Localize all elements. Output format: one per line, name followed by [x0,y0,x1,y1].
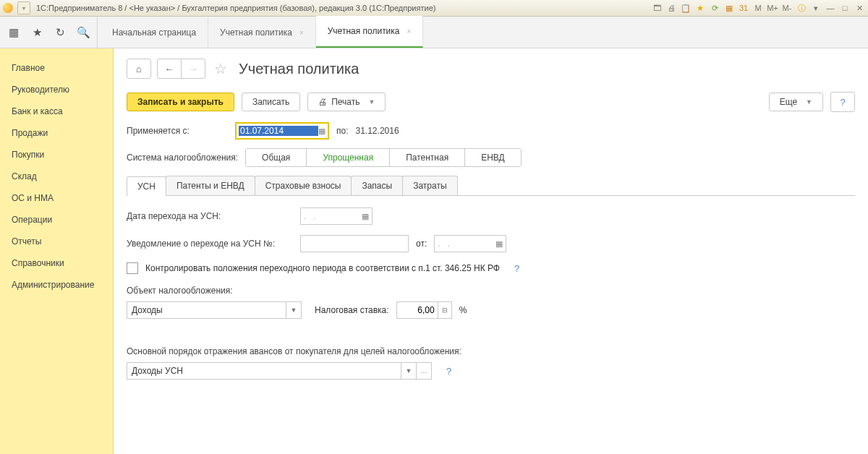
tax-object-combo[interactable]: Доходы ▼ [127,301,302,319]
more-button[interactable]: Еще ▼ [769,93,823,111]
window-title: 1С:Предприниматель 8 / <Не указан> / Бух… [36,4,651,12]
sys-icon[interactable]: 📋 [680,2,692,14]
page-title: Учетная политика [239,61,359,77]
sidebar-item[interactable]: Операции [0,209,113,231]
sys-icon[interactable]: M+ [767,2,778,14]
sys-dd-icon[interactable]: ▾ [810,2,822,14]
sidebar-item[interactable]: Главное [0,57,113,79]
tax-segment[interactable]: Общая [246,149,307,166]
sidebar-item[interactable]: Администрирование [0,274,113,296]
advance-combo[interactable]: Доходы УСН ▼ … [127,362,432,380]
info-icon[interactable]: ⓘ [796,2,807,14]
home-button[interactable]: ⌂ [127,59,151,79]
print-button[interactable]: 🖨 Печать ▼ [307,93,386,111]
usn-notice-number-input[interactable] [300,235,409,252]
sys-icon[interactable]: M- [781,2,793,14]
search-icon[interactable]: 🔍 [77,26,90,39]
save-button[interactable]: Записать [242,93,300,111]
usn-notice-date-input[interactable]: . . ▦ [434,235,506,252]
sys-icon[interactable]: 🖨 [665,2,677,14]
chevron-down-icon[interactable]: ▼ [401,363,416,379]
favorite-star-icon[interactable]: ☆ [214,60,227,77]
sidebar-item[interactable]: Продажи [0,122,113,144]
sys-icon[interactable]: ★ [694,2,706,14]
close-window-icon[interactable]: ✕ [854,2,865,14]
caret-down-icon: ▼ [369,98,375,106]
top-tab[interactable]: Начальная страница [101,17,208,48]
sidebar: ГлавноеРуководителюБанк и кассаПродажиПо… [0,48,114,454]
sidebar-item[interactable]: Отчеты [0,231,113,252]
maximize-icon[interactable]: □ [839,2,851,14]
inner-tab[interactable]: Запасы [351,176,403,195]
inner-tab[interactable]: Страховые взносы [255,176,352,195]
rate-value-input[interactable] [397,302,438,318]
app-logo-icon [3,3,13,13]
help-icon[interactable]: ? [446,366,451,377]
tab-row: Начальная страницаУчетная политика×Учетн… [98,17,423,48]
tax-object-row: Доходы ▼ Налоговая ставка: ⊟ % [127,301,855,319]
to-label: по: [336,126,349,136]
sidebar-item[interactable]: Покупки [0,144,113,166]
history-icon[interactable]: ↻ [54,26,67,39]
inner-tab[interactable]: УСН [127,176,166,196]
sys-icon[interactable]: 31 [738,2,749,14]
rate-unit: % [459,305,467,315]
sys-icon[interactable]: 🗔 [651,2,663,14]
top-tab[interactable]: Учетная политика× [316,16,424,48]
calendar-icon[interactable]: ▦ [362,212,369,221]
sidebar-item[interactable]: Справочники [0,252,113,274]
control-checkbox[interactable] [127,262,138,274]
grid-icon[interactable]: ▦ [7,26,20,39]
top-toolbar: ▦ ★ ↻ 🔍 Начальная страницаУчетная полити… [0,17,868,48]
help-button[interactable]: ? [830,92,855,112]
usn-notice-label: Уведомление о переходе на УСН №: [127,239,293,249]
usn-date-row: Дата перехода на УСН: . . ▦ [127,207,855,225]
minimize-icon[interactable]: — [825,2,836,14]
sys-icon[interactable]: ⟳ [709,2,720,14]
back-button[interactable]: ← [157,59,182,79]
top-tab[interactable]: Учетная политика× [208,17,316,48]
tax-segment[interactable]: Упрощенная [307,149,390,166]
rate-label: Налоговая ставка: [315,305,389,315]
action-row: Записать и закрыть Записать 🖨 Печать ▼ Е… [127,92,855,112]
close-tab-icon[interactable]: × [299,29,304,37]
sys-icon[interactable]: M [752,2,764,14]
tax-segment[interactable]: Патентная [390,149,465,166]
control-checkbox-label: Контролировать положения переходного пер… [145,263,500,273]
tax-segment[interactable]: ЕНВД [465,149,521,166]
save-and-close-button[interactable]: Записать и закрыть [127,93,234,111]
system-icons: 🗔 🖨 📋 ★ ⟳ ▦ 31 M M+ M- ⓘ ▾ — □ ✕ [651,2,865,14]
app-menu-dropdown[interactable]: ▾ [17,1,30,14]
close-tab-icon[interactable]: × [407,27,412,35]
sidebar-item[interactable]: Руководителю [0,79,113,100]
usn-notice-from-label: от: [416,239,427,249]
quick-icon-bar: ▦ ★ ↻ 🔍 [0,17,98,48]
usn-notice-row: Уведомление о переходе на УСН №: от: . .… [127,235,855,252]
inner-tab[interactable]: Патенты и ЕНВД [166,176,255,195]
stepper-icon[interactable]: ⊟ [438,302,451,318]
calendar-icon[interactable]: ▦ [495,239,503,249]
forward-button[interactable]: → [182,59,205,79]
star-icon[interactable]: ★ [30,26,43,39]
tax-object-label: Объект налогообложения: [127,286,855,296]
caret-down-icon: ▼ [806,98,812,106]
rate-input[interactable]: ⊟ [396,301,452,319]
header-row: ⌂ ← → ☆ Учетная политика [127,59,855,79]
sidebar-item[interactable]: Банк и касса [0,100,113,122]
inner-tabs: УСНПатенты и ЕНВДСтраховые взносыЗапасыЗ… [127,176,855,196]
sys-icon[interactable]: ▦ [723,2,735,14]
chevron-down-icon[interactable]: ▼ [286,302,301,318]
sidebar-item[interactable]: Склад [0,166,113,187]
date-to-value: 31.12.2016 [356,126,399,136]
date-from-input[interactable]: 01.07.2014 ▦ [235,122,329,140]
applies-from-row: Применяется с: 01.07.2014 ▦ по: 31.12.20… [127,122,855,140]
nav-buttons: ← → [157,59,205,79]
inner-tab[interactable]: Затраты [402,176,457,195]
sidebar-item[interactable]: ОС и НМА [0,187,113,209]
titlebar: ▾ 1С:Предприниматель 8 / <Не указан> / Б… [0,0,868,17]
calendar-icon[interactable]: ▦ [318,127,326,136]
ellipsis-icon[interactable]: … [416,363,431,379]
tax-system-segments: ОбщаяУпрощеннаяПатентнаяЕНВД [245,148,522,167]
help-icon[interactable]: ? [514,263,519,274]
usn-date-input[interactable]: . . ▦ [300,207,373,225]
